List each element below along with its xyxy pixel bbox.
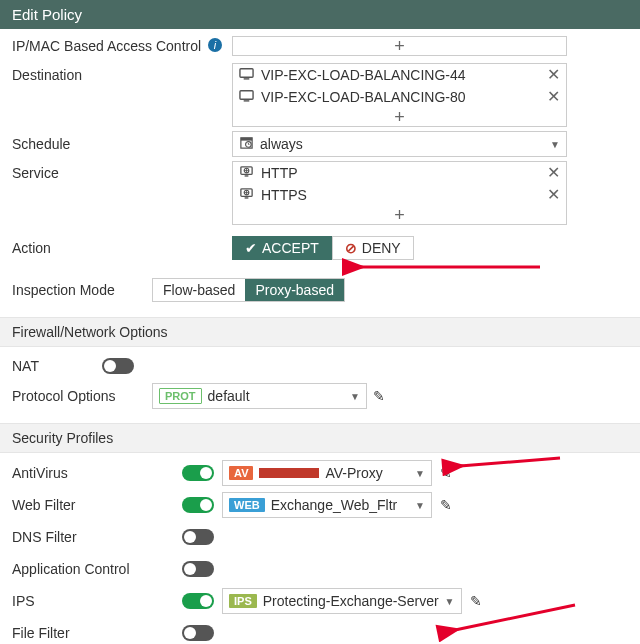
appcontrol-label: Application Control	[12, 561, 130, 577]
service-item-text: HTTPS	[261, 187, 541, 203]
webfilter-toggle[interactable]	[182, 497, 214, 513]
vip-icon	[239, 88, 255, 106]
action-toggle: ✔ ACCEPT ⊘ DENY	[232, 236, 414, 260]
nat-toggle[interactable]	[102, 358, 134, 374]
dialog-title: Edit Policy	[12, 6, 82, 23]
av-tag: AV	[229, 466, 253, 480]
destination-item[interactable]: VIP-EXC-LOAD-BALANCING-44 ✕	[233, 64, 566, 86]
remove-icon[interactable]: ✕	[547, 67, 560, 83]
webfilter-label: Web Filter	[12, 497, 76, 513]
service-item-text: HTTP	[261, 165, 541, 181]
destination-multiselect[interactable]: VIP-EXC-LOAD-BALANCING-44 ✕ VIP-EXC-LOAD…	[232, 63, 567, 127]
schedule-label: Schedule	[12, 136, 70, 152]
appcontrol-toggle[interactable]	[182, 561, 214, 577]
svg-rect-7	[241, 138, 252, 141]
ipmac-label: IP/MAC Based Access Control	[12, 38, 201, 54]
deny-text: DENY	[362, 240, 401, 256]
filefilter-toggle[interactable]	[182, 625, 214, 641]
service-item[interactable]: HTTPS ✕	[233, 184, 566, 206]
info-icon[interactable]: i	[207, 37, 223, 56]
prot-tag: PROT	[159, 388, 202, 404]
inspection-mode-toggle: Flow-based Proxy-based	[152, 278, 345, 302]
remove-icon[interactable]: ✕	[547, 187, 560, 203]
destination-item-text: VIP-EXC-LOAD-BALANCING-44	[261, 67, 541, 83]
edit-icon[interactable]: ✎	[373, 388, 385, 404]
svg-rect-2	[240, 69, 253, 77]
destination-item-text: VIP-EXC-LOAD-BALANCING-80	[261, 89, 541, 105]
svg-rect-3	[244, 78, 250, 79]
add-icon[interactable]: +	[233, 37, 566, 55]
flow-based-option[interactable]: Flow-based	[153, 279, 245, 301]
ips-toggle[interactable]	[182, 593, 214, 609]
inspection-label: Inspection Mode	[12, 282, 115, 298]
svg-rect-14	[245, 197, 249, 198]
ips-value: Protecting-Exchange-Server	[263, 593, 439, 609]
caret-down-icon: ▼	[415, 468, 425, 479]
filefilter-label: File Filter	[12, 625, 70, 641]
antivirus-label: AntiVirus	[12, 465, 68, 481]
dnsfilter-label: DNS Filter	[12, 529, 77, 545]
dnsfilter-toggle[interactable]	[182, 529, 214, 545]
vip-icon	[239, 66, 255, 84]
service-multiselect[interactable]: HTTP ✕ HTTPS ✕ +	[232, 161, 567, 225]
antivirus-toggle[interactable]	[182, 465, 214, 481]
accept-button[interactable]: ✔ ACCEPT	[232, 236, 332, 260]
schedule-value: always	[260, 136, 544, 152]
protocol-options-label: Protocol Options	[12, 388, 116, 404]
caret-down-icon: ▼	[550, 139, 560, 150]
svg-rect-4	[240, 91, 253, 99]
deny-button[interactable]: ⊘ DENY	[332, 236, 414, 260]
destination-label: Destination	[12, 67, 82, 83]
edit-icon[interactable]: ✎	[440, 497, 452, 513]
action-label: Action	[12, 240, 51, 256]
service-icon	[239, 164, 255, 182]
ipmac-multiselect[interactable]: +	[232, 36, 567, 56]
edit-icon[interactable]: ✎	[440, 465, 452, 481]
firewall-network-group: Firewall/Network Options	[0, 317, 640, 347]
protocol-options-select[interactable]: PROT default ▼	[152, 383, 367, 409]
security-profiles-group: Security Profiles	[0, 423, 640, 453]
redacted-text	[259, 468, 319, 478]
add-icon[interactable]: +	[233, 206, 566, 224]
edit-icon[interactable]: ✎	[470, 593, 482, 609]
remove-icon[interactable]: ✕	[547, 165, 560, 181]
dialog-header: Edit Policy	[0, 0, 640, 29]
accept-text: ACCEPT	[262, 240, 319, 256]
check-icon: ✔	[245, 240, 257, 256]
add-icon[interactable]: +	[233, 108, 566, 126]
ips-tag: IPS	[229, 594, 257, 608]
svg-rect-5	[244, 100, 250, 101]
deny-icon: ⊘	[345, 240, 357, 256]
remove-icon[interactable]: ✕	[547, 89, 560, 105]
ips-label: IPS	[12, 593, 35, 609]
service-label: Service	[12, 165, 59, 181]
ips-select[interactable]: IPS Protecting-Exchange-Server ▼	[222, 588, 462, 614]
antivirus-select[interactable]: AV AV-Proxy ▼	[222, 460, 432, 486]
webfilter-select[interactable]: WEB Exchange_Web_Fltr ▼	[222, 492, 432, 518]
nat-label: NAT	[12, 358, 39, 374]
schedule-icon	[239, 135, 254, 153]
svg-rect-11	[245, 175, 249, 176]
caret-down-icon: ▼	[350, 391, 360, 402]
proxy-based-option[interactable]: Proxy-based	[245, 279, 344, 301]
service-item[interactable]: HTTP ✕	[233, 162, 566, 184]
schedule-select[interactable]: always ▼	[232, 131, 567, 157]
destination-item[interactable]: VIP-EXC-LOAD-BALANCING-80 ✕	[233, 86, 566, 108]
caret-down-icon: ▼	[445, 596, 455, 607]
caret-down-icon: ▼	[415, 500, 425, 511]
web-tag: WEB	[229, 498, 265, 512]
service-icon	[239, 186, 255, 204]
antivirus-value: AV-Proxy	[325, 465, 409, 481]
protocol-options-value: default	[208, 388, 345, 404]
webfilter-value: Exchange_Web_Fltr	[271, 497, 409, 513]
